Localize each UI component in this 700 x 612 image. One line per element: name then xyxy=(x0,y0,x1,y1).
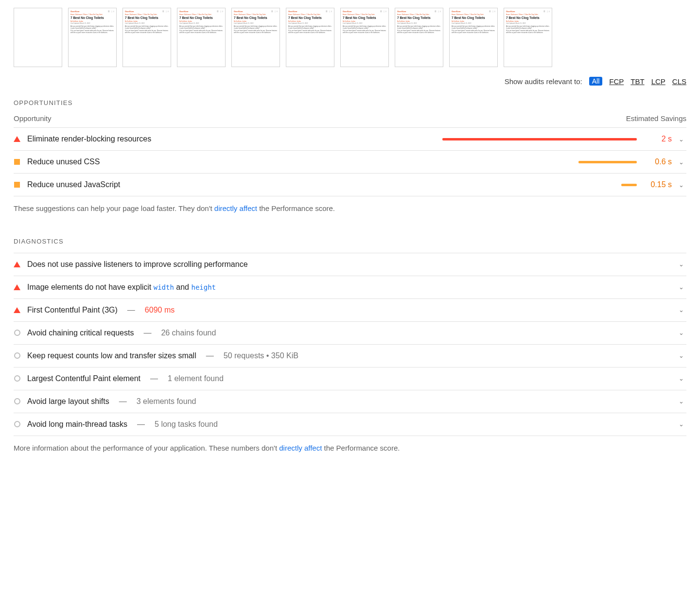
severity-icon xyxy=(14,421,20,428)
savings-bar xyxy=(442,184,637,186)
audit-filter-row: Show audits relevant to: All FCPTBTLCPCL… xyxy=(14,77,686,86)
opportunity-row[interactable]: Reduce unused JavaScript 0.15 s ⌄ xyxy=(14,173,686,196)
opportunities-note: These suggestions can help your page loa… xyxy=(14,203,686,214)
savings-bar xyxy=(442,138,637,140)
diagnostics-heading: DIAGNOSTICS xyxy=(14,238,686,245)
diagnostic-row[interactable]: Avoid chaining critical requests —26 cha… xyxy=(14,321,686,344)
filmstrip-thumb[interactable]: OverSizer☰ ⋮ ≡ Home / Bathroom / Others … xyxy=(449,8,498,67)
savings-value: 0.6 s xyxy=(644,157,672,166)
diagnostic-title: Largest Contentful Paint element xyxy=(27,374,140,383)
filmstrip: OverSizer☰ ⋮ ≡ Home / Bathroom / Others … xyxy=(14,8,686,67)
filmstrip-thumb[interactable]: OverSizer☰ ⋮ ≡ Home / Bathroom / Others … xyxy=(177,8,226,67)
diagnostic-row[interactable]: Avoid large layout shifts —3 elements fo… xyxy=(14,390,686,413)
severity-icon xyxy=(14,375,20,382)
filter-all-pill[interactable]: All xyxy=(589,77,603,86)
opp-col-left: Opportunity xyxy=(14,114,52,122)
diagnostic-row[interactable]: Image elements do not have explicit widt… xyxy=(14,276,686,298)
filmstrip-thumb[interactable]: OverSizer☰ ⋮ ≡ Home / Bathroom / Others … xyxy=(504,8,552,67)
severity-icon xyxy=(14,284,20,291)
savings-value: 2 s xyxy=(644,135,672,143)
opportunity-row[interactable]: Eliminate render-blocking resources 2 s … xyxy=(14,127,686,150)
diagnostic-value: 1 element found xyxy=(168,374,224,383)
chevron-down-icon[interactable]: ⌄ xyxy=(679,420,686,428)
savings-value: 0.15 s xyxy=(644,180,672,189)
opportunities-list: Eliminate render-blocking resources 2 s … xyxy=(14,127,686,196)
filmstrip-thumb[interactable]: OverSizer☰ ⋮ ≡ Home / Bathroom / Others … xyxy=(231,8,280,67)
diagnostic-title: First Contentful Paint (3G) xyxy=(27,306,118,315)
opportunity-row[interactable]: Reduce unused CSS 0.6 s ⌄ xyxy=(14,150,686,173)
chevron-down-icon[interactable]: ⌄ xyxy=(679,398,686,405)
diagnostic-title: Keep request counts low and transfer siz… xyxy=(27,351,196,360)
diagnostic-row[interactable]: Largest Contentful Paint element —1 elem… xyxy=(14,367,686,390)
severity-icon xyxy=(14,158,20,165)
savings-bar xyxy=(442,161,637,163)
diagnostics-note: More information about the performance o… xyxy=(14,443,686,454)
severity-icon xyxy=(14,136,20,142)
severity-icon xyxy=(14,398,20,405)
diagnostic-value: 3 elements found xyxy=(137,397,196,406)
severity-icon xyxy=(14,181,20,188)
severity-icon xyxy=(14,307,20,314)
chevron-down-icon[interactable]: ⌄ xyxy=(679,261,686,268)
chevron-down-icon[interactable]: ⌄ xyxy=(679,329,686,336)
chevron-down-icon[interactable]: ⌄ xyxy=(679,306,686,314)
severity-icon xyxy=(14,352,20,359)
diagnostic-title: Avoid large layout shifts xyxy=(27,397,109,406)
filmstrip-thumb[interactable]: OverSizer☰ ⋮ ≡ Home / Bathroom / Others … xyxy=(122,8,171,67)
chevron-down-icon[interactable]: ⌄ xyxy=(679,375,686,382)
filter-lcp[interactable]: LCP xyxy=(651,77,665,86)
diagnostic-title: Image elements do not have explicit widt… xyxy=(27,283,216,292)
diagnostic-value: 50 requests • 350 KiB xyxy=(224,351,298,360)
filter-cls[interactable]: CLS xyxy=(672,77,686,86)
filmstrip-thumb[interactable]: OverSizer☰ ⋮ ≡ Home / Bathroom / Others … xyxy=(68,8,117,67)
chevron-down-icon[interactable]: ⌄ xyxy=(679,136,686,143)
diagnostic-row[interactable]: Keep request counts low and transfer siz… xyxy=(14,344,686,367)
opportunity-title: Eliminate render-blocking resources xyxy=(27,135,151,143)
chevron-down-icon[interactable]: ⌄ xyxy=(679,181,686,189)
opportunity-title: Reduce unused CSS xyxy=(27,157,100,166)
diagnostic-row[interactable]: Avoid long main-thread tasks —5 long tas… xyxy=(14,413,686,436)
diagnostic-value: 26 chains found xyxy=(161,329,216,337)
chevron-down-icon[interactable]: ⌄ xyxy=(679,158,686,166)
chevron-down-icon[interactable]: ⌄ xyxy=(679,352,686,359)
filmstrip-thumb[interactable] xyxy=(14,8,62,67)
diagnostics-list: Does not use passive listeners to improv… xyxy=(14,253,686,436)
opportunities-columns: Opportunity Estimated Savings xyxy=(14,114,686,122)
severity-icon xyxy=(14,261,20,268)
filter-tbt[interactable]: TBT xyxy=(630,77,644,86)
filmstrip-thumb[interactable]: OverSizer☰ ⋮ ≡ Home / Bathroom / Others … xyxy=(340,8,389,67)
diagnostic-value: 6090 ms xyxy=(145,306,175,315)
diagnostic-row[interactable]: First Contentful Paint (3G) —6090 ms ⌄ xyxy=(14,298,686,321)
opportunity-title: Reduce unused JavaScript xyxy=(27,180,120,189)
opp-col-right: Estimated Savings xyxy=(626,114,686,122)
filmstrip-thumb[interactable]: OverSizer☰ ⋮ ≡ Home / Bathroom / Others … xyxy=(395,8,443,67)
diagnostic-value: 5 long tasks found xyxy=(155,420,218,429)
filter-fcp[interactable]: FCP xyxy=(609,77,624,86)
chevron-down-icon[interactable]: ⌄ xyxy=(679,283,686,291)
diagnostic-title: Avoid long main-thread tasks xyxy=(27,420,127,429)
diagnostic-title: Does not use passive listeners to improv… xyxy=(27,260,248,269)
filmstrip-thumb[interactable]: OverSizer☰ ⋮ ≡ Home / Bathroom / Others … xyxy=(286,8,334,67)
filter-label: Show audits relevant to: xyxy=(505,77,582,86)
opportunities-heading: OPPORTUNITIES xyxy=(14,99,686,106)
directly-affect-link[interactable]: directly affect xyxy=(214,204,257,212)
diagnostic-title: Avoid chaining critical requests xyxy=(27,329,134,337)
diagnostic-row[interactable]: Does not use passive listeners to improv… xyxy=(14,253,686,276)
directly-affect-link-2[interactable]: directly affect xyxy=(279,444,322,452)
severity-icon xyxy=(14,330,20,336)
